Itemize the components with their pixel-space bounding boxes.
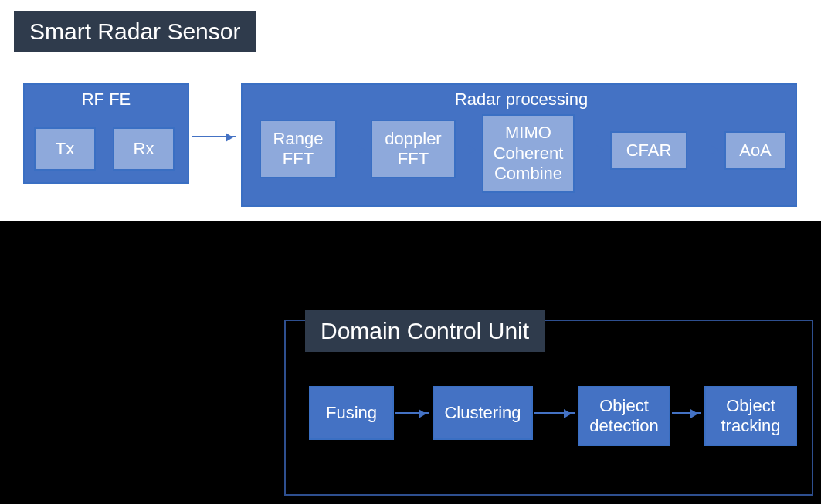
arrow-icon	[457, 148, 479, 150]
arrow-icon	[576, 148, 607, 150]
title-smart-radar: Smart Radar Sensor	[14, 11, 256, 52]
object-tracking-block: Object tracking	[704, 386, 797, 446]
aoa-block: AoA	[724, 131, 786, 170]
object-detection-block: Object detection	[578, 386, 670, 446]
arrow-icon	[395, 412, 429, 414]
cfar-block: CFAR	[610, 131, 687, 170]
mimo-block: MIMO Coherent Combine	[482, 114, 575, 193]
rx-block: Rx	[113, 127, 175, 171]
clustering-block: Clustering	[433, 386, 533, 440]
range-fft-block: Range FFT	[260, 120, 337, 178]
arrow-icon	[192, 136, 236, 137]
arrow-icon	[689, 148, 721, 150]
rf-fe-label: RF FE	[23, 90, 189, 110]
arrow-icon	[534, 412, 575, 414]
doppler-fft-block: doppler FFT	[371, 120, 456, 178]
radar-processing-label: Radar processing	[386, 90, 656, 110]
arrow-icon	[672, 412, 701, 414]
arrow-icon	[338, 148, 368, 150]
fusing-block: Fusing	[309, 386, 394, 440]
title-domain-control: Domain Control Unit	[305, 310, 545, 352]
tx-block: Tx	[34, 127, 96, 171]
